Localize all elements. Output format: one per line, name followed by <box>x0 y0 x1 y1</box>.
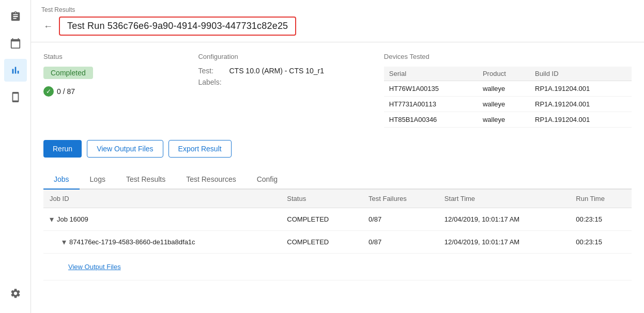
job-start-time: 12/04/2019, 10:01:17 AM <box>438 208 570 231</box>
col-run-time: Run Time <box>570 190 632 208</box>
expand-icon[interactable]: ▾ <box>50 214 54 224</box>
devices-label: Devices Tested <box>384 53 632 60</box>
subjob-failures: 0/87 <box>362 231 438 254</box>
sidebar-item-clipboard[interactable] <box>4 5 27 28</box>
sidebar-item-calendar[interactable] <box>4 32 27 55</box>
device-serial: HT7731A00113 <box>384 97 478 112</box>
table-row: ▾ 874176ec-1719-4583-8660-de11ba8dfa1c C… <box>43 231 632 254</box>
job-id-cell: ▾ Job 16009 <box>43 208 281 231</box>
action-buttons: Rerun View Output Files Export Result <box>43 140 632 158</box>
tabs: JobsLogsTest ResultsTest ResourcesConfig <box>43 170 632 190</box>
col-status: Status <box>281 190 362 208</box>
config-test-label: Test: <box>198 67 225 75</box>
jobs-table-wrap: Job ID Status Test Failures Start Time R… <box>43 190 632 280</box>
devices-block: Devices Tested Serial Product Build ID H… <box>384 53 632 128</box>
col-job-id: Job ID <box>43 190 281 208</box>
pass-count: ✓ 0 / 87 <box>43 86 198 97</box>
devices-col-serial: Serial <box>384 67 478 81</box>
pass-count-value: 0 / 87 <box>57 87 75 96</box>
job-run-time: 00:23:15 <box>570 208 632 231</box>
jobs-table: Job ID Status Test Failures Start Time R… <box>43 190 632 280</box>
status-block: Status Completed ✓ 0 / 87 <box>43 53 198 128</box>
config-test-row: Test: CTS 10.0 (ARM) - CTS 10_r1 <box>198 67 384 75</box>
sidebar <box>0 0 31 313</box>
col-start-time: Start Time <box>438 190 570 208</box>
view-output-row: View Output Files <box>43 254 632 280</box>
subjob-id-value: 874176ec-1719-4583-8660-de11ba8dfa1c <box>69 238 195 246</box>
device-serial: HT85B1A00346 <box>384 112 478 128</box>
subjob-status: COMPLETED <box>281 231 362 254</box>
pass-icon: ✓ <box>43 86 54 97</box>
sidebar-item-device[interactable] <box>4 86 27 108</box>
device-build: RP1A.191204.001 <box>530 97 632 112</box>
tab-jobs[interactable]: Jobs <box>43 170 80 190</box>
devices-table: Serial Product Build ID HT76W1A00135 wal… <box>384 67 632 128</box>
configuration-label: Configuration <box>198 53 384 60</box>
tab-logs[interactable]: Logs <box>80 170 116 190</box>
page-header: Test Results ← Test Run 536c76e6-9a90-49… <box>31 0 644 42</box>
subjob-run-time: 00:23:15 <box>570 231 632 254</box>
subjob-start-time: 12/04/2019, 10:01:17 AM <box>438 231 570 254</box>
config-test-value: CTS 10.0 (ARM) - CTS 10_r1 <box>229 67 324 75</box>
device-product: walleye <box>478 81 530 97</box>
export-result-button[interactable]: Export Result <box>168 140 232 158</box>
back-button[interactable]: ← <box>41 21 55 32</box>
job-failures: 0/87 <box>362 208 438 231</box>
breadcrumb: Test Results <box>41 6 634 13</box>
devices-row: HT76W1A00135 walleye RP1A.191204.001 <box>384 81 632 97</box>
devices-row: HT85B1A00346 walleye RP1A.191204.001 <box>384 112 632 128</box>
view-output-files-link[interactable]: View Output Files <box>50 260 625 274</box>
col-test-failures: Test Failures <box>362 190 438 208</box>
devices-row: HT7731A00113 walleye RP1A.191204.001 <box>384 97 632 112</box>
job-id-value: Job 16009 <box>57 215 88 223</box>
title-row: ← Test Run 536c76e6-9a90-4914-9903-44773… <box>41 17 634 36</box>
status-badge: Completed <box>43 67 93 79</box>
tab-test-results[interactable]: Test Results <box>116 170 176 190</box>
devices-col-product: Product <box>478 67 530 81</box>
config-labels-row: Labels: <box>198 78 384 86</box>
devices-col-build: Build ID <box>530 67 632 81</box>
table-row: ▾ Job 16009 COMPLETED 0/87 12/04/2019, 1… <box>43 208 632 231</box>
device-product: walleye <box>478 112 530 128</box>
subjob-id-cell: ▾ 874176ec-1719-4583-8660-de11ba8dfa1c <box>43 231 281 254</box>
device-product: walleye <box>478 97 530 112</box>
view-output-cell: View Output Files <box>43 254 632 280</box>
configuration-block: Configuration Test: CTS 10.0 (ARM) - CTS… <box>198 53 384 128</box>
tab-config[interactable]: Config <box>247 170 288 190</box>
view-output-button[interactable]: View Output Files <box>87 140 163 158</box>
sub-expand-icon[interactable]: ▾ <box>62 237 66 247</box>
sidebar-item-analytics[interactable] <box>4 59 27 82</box>
device-build: RP1A.191204.001 <box>530 81 632 97</box>
device-serial: HT76W1A00135 <box>384 81 478 97</box>
rerun-button[interactable]: Rerun <box>43 140 82 158</box>
info-section: Status Completed ✓ 0 / 87 Configuration … <box>43 53 632 128</box>
content-area: Status Completed ✓ 0 / 87 Configuration … <box>31 42 644 313</box>
config-labels-label: Labels: <box>198 78 225 86</box>
test-run-title: Test Run 536c76e6-9a90-4914-9903-447731c… <box>59 17 296 36</box>
main-content: Test Results ← Test Run 536c76e6-9a90-49… <box>31 0 644 313</box>
device-build: RP1A.191204.001 <box>530 112 632 128</box>
sidebar-item-settings[interactable] <box>4 282 27 305</box>
status-label: Status <box>43 53 198 60</box>
tab-test-resources[interactable]: Test Resources <box>176 170 246 190</box>
job-status: COMPLETED <box>281 208 362 231</box>
